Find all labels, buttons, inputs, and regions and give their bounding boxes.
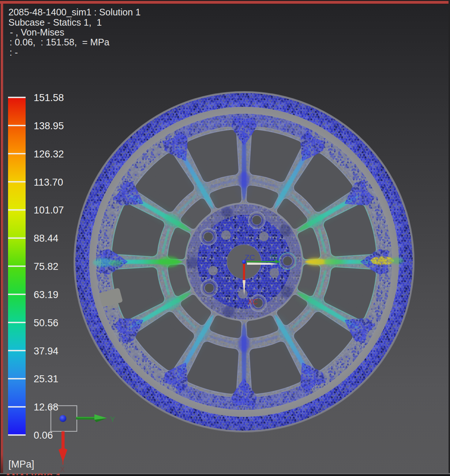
svg-text:[MPa]: [MPa]	[8, 459, 34, 470]
svg-text:113.70: 113.70	[34, 177, 63, 188]
svg-text:151.58: 151.58	[34, 92, 64, 103]
svg-text:37.94: 37.94	[34, 346, 59, 357]
svg-text:Y: Y	[110, 415, 115, 423]
svg-text:- , Von-Mises: - , Von-Mises	[10, 27, 64, 37]
svg-text:YC: YC	[270, 254, 278, 260]
svg-text:75.82: 75.82	[34, 261, 59, 272]
svg-text:63.19: 63.19	[34, 289, 59, 300]
svg-text:50.56: 50.56	[34, 317, 59, 328]
svg-text:126.32: 126.32	[34, 149, 64, 160]
svg-text:12.68: 12.68	[34, 402, 59, 413]
svg-text:88.44: 88.44	[34, 233, 59, 244]
svg-text:: 0.06, : 151.58, = MPa: : 0.06, : 151.58, = MPa	[10, 37, 110, 47]
svg-text:101.07: 101.07	[34, 205, 64, 216]
svg-text:XC: XC	[248, 298, 258, 306]
svg-text:0.06: 0.06	[34, 430, 53, 441]
svg-text:25.31: 25.31	[34, 373, 59, 384]
svg-text:Subcase - Statics 1, 1: Subcase - Statics 1, 1	[8, 17, 102, 27]
svg-text:2085-48-1400_sim1 : Solution 1: 2085-48-1400_sim1 : Solution 1	[8, 7, 141, 17]
svg-text:ZC: ZC	[245, 253, 255, 261]
svg-text:: -: : -	[10, 47, 18, 57]
svg-text:138.95: 138.95	[34, 120, 64, 131]
